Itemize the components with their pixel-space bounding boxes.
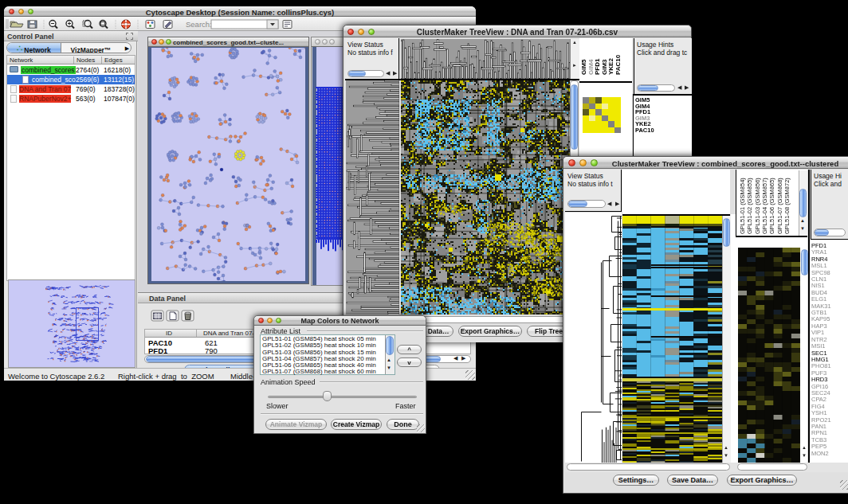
svg-text:Search:: Search: bbox=[186, 20, 212, 29]
